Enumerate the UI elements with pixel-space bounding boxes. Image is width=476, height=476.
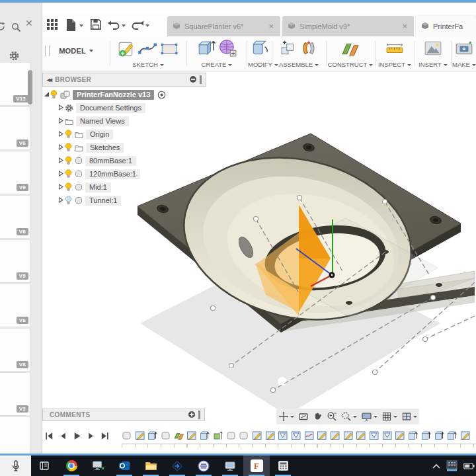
step-forward-button[interactable] <box>85 430 97 442</box>
expand-arrow-icon[interactable] <box>57 197 65 204</box>
expand-arrow-icon[interactable] <box>57 184 65 191</box>
browser-item-named-views[interactable]: Named Views <box>42 114 208 128</box>
skip-start-button[interactable] <box>44 430 55 442</box>
step-back-button[interactable] <box>58 430 69 442</box>
timeline-feature-revolve[interactable] <box>213 430 223 441</box>
root-component-label[interactable]: PrinterFanNozzle v13 <box>73 90 154 100</box>
browser-item-120mmbase-1[interactable]: 120mmBase:1 <box>42 167 208 180</box>
undo-dropdown[interactable] <box>122 24 126 27</box>
model-viewport[interactable] <box>0 0 476 476</box>
data-panel-scrollbar[interactable] <box>28 70 32 104</box>
construction-plane-icon[interactable] <box>341 40 360 60</box>
taskbar-outlook[interactable] <box>111 456 138 476</box>
bulb-icon[interactable] <box>65 143 72 152</box>
taskbar-my-pc[interactable] <box>217 456 243 476</box>
timeline-feature-loft[interactable] <box>278 430 288 441</box>
joint-icon[interactable] <box>300 40 317 60</box>
activate-component-radio[interactable] <box>157 91 166 99</box>
timeline-feature-sketch[interactable] <box>395 430 405 441</box>
timeline-feature-sketch[interactable] <box>460 430 471 441</box>
version-card[interactable]: V13 <box>0 63 30 105</box>
comments-panel-header[interactable]: COMMENTS <box>42 409 205 421</box>
browser-item-origin[interactable]: Origin <box>42 128 208 141</box>
tab-squareplanter[interactable]: SquarePlanter v6* × <box>167 16 280 36</box>
refresh-icon[interactable] <box>0 21 6 34</box>
close-panel-icon[interactable]: ✕ <box>25 18 33 28</box>
grid-display-icon[interactable] <box>381 411 397 422</box>
timeline-feature-body[interactable] <box>122 430 132 441</box>
collapse-panel-icon[interactable]: ◂◂ <box>47 76 51 83</box>
timeline-feature-sketch[interactable] <box>330 430 340 441</box>
panel-grip[interactable] <box>200 75 202 84</box>
timeline-feature-sketch[interactable] <box>343 430 354 441</box>
undo-icon[interactable] <box>107 19 120 32</box>
redo-dropdown[interactable] <box>145 24 149 27</box>
insert-image-icon[interactable] <box>424 40 442 60</box>
taskbar-file-explorer[interactable] <box>138 456 164 476</box>
play-button[interactable] <box>71 430 83 442</box>
taskbar-lines-app[interactable] <box>190 456 217 476</box>
timeline-feature-extrude[interactable] <box>200 430 210 441</box>
new-file-dropdown[interactable] <box>79 24 83 27</box>
version-card[interactable]: V6 <box>0 107 30 149</box>
timeline-feature-sketch[interactable] <box>356 430 366 441</box>
bulb-icon[interactable] <box>65 130 72 139</box>
expand-arrow-icon[interactable] <box>57 171 65 178</box>
timeline-feature-sketch[interactable] <box>135 430 145 441</box>
press-pull-icon[interactable] <box>251 38 268 60</box>
redo-icon[interactable] <box>131 19 144 32</box>
bulb-icon[interactable] <box>65 156 72 165</box>
timeline-feature-body[interactable] <box>226 430 237 441</box>
bulb-icon[interactable] <box>50 90 58 99</box>
tab-simplemold[interactable]: SimpleMold v9* × <box>282 16 414 36</box>
bulb-icon[interactable] <box>65 196 72 205</box>
timeline-feature-sketch[interactable] <box>186 430 197 441</box>
version-card[interactable]: V3 <box>0 373 30 415</box>
expand-arrow-icon[interactable] <box>57 144 65 151</box>
browser-item-document-settings[interactable]: Document Settings <box>42 101 208 114</box>
orbit-icon[interactable] <box>278 411 294 422</box>
timeline-ruler[interactable] <box>122 444 476 448</box>
timeline-feature-body[interactable] <box>239 430 249 441</box>
measure-icon[interactable] <box>385 40 404 60</box>
timeline-feature-extrude[interactable] <box>421 430 432 441</box>
timeline-feature-plane[interactable] <box>174 430 184 441</box>
look-at-icon[interactable] <box>298 411 309 422</box>
version-card[interactable] <box>0 417 30 456</box>
new-component-icon[interactable] <box>280 40 298 60</box>
browser-item-sketches[interactable]: Sketches <box>42 141 208 154</box>
expand-arrow-icon[interactable] <box>42 91 50 99</box>
save-icon[interactable] <box>90 19 103 32</box>
expand-arrow-icon[interactable] <box>57 104 65 112</box>
expand-arrow-icon[interactable] <box>57 131 65 138</box>
toolbar-drag-handle[interactable] <box>45 46 50 56</box>
expand-arrow-icon[interactable] <box>57 157 65 165</box>
remove-panel-icon[interactable] <box>189 75 197 85</box>
make-3d-print-icon[interactable] <box>455 40 473 60</box>
taskbar-remote-pc[interactable] <box>85 456 111 476</box>
taskbar-drive-app[interactable] <box>164 456 190 476</box>
display-settings-icon[interactable] <box>361 411 377 422</box>
battery-icon[interactable] <box>463 456 475 476</box>
version-card[interactable]: V9 <box>0 151 30 194</box>
fit-icon[interactable] <box>341 411 357 422</box>
browser-item-tunnel-1[interactable]: Tunnel:1 <box>42 194 208 207</box>
timeline-feature-extrude[interactable] <box>147 430 158 441</box>
bulb-icon[interactable] <box>65 182 72 192</box>
taskbar-fusion-360[interactable]: F <box>243 456 270 476</box>
timeline-feature-sketch[interactable] <box>317 430 327 441</box>
search-icon[interactable] <box>11 22 21 35</box>
tspline-form-icon[interactable] <box>218 38 237 60</box>
close-icon[interactable]: × <box>401 22 409 30</box>
timeline-feature-sketch[interactable] <box>265 430 276 441</box>
timeline-feature-extrude[interactable] <box>447 430 457 441</box>
timeline-feature-loft[interactable] <box>382 430 393 441</box>
gear-icon[interactable] <box>9 50 20 64</box>
apps-grid-icon[interactable] <box>46 19 60 32</box>
version-card[interactable]: V5 <box>0 240 30 282</box>
new-file-icon[interactable] <box>65 19 78 32</box>
timeline-feature-sketch[interactable] <box>252 430 262 441</box>
skip-end-button[interactable] <box>99 430 110 442</box>
expand-arrow-icon[interactable] <box>57 118 65 125</box>
workspace-selector[interactable]: MODEL <box>53 41 99 61</box>
